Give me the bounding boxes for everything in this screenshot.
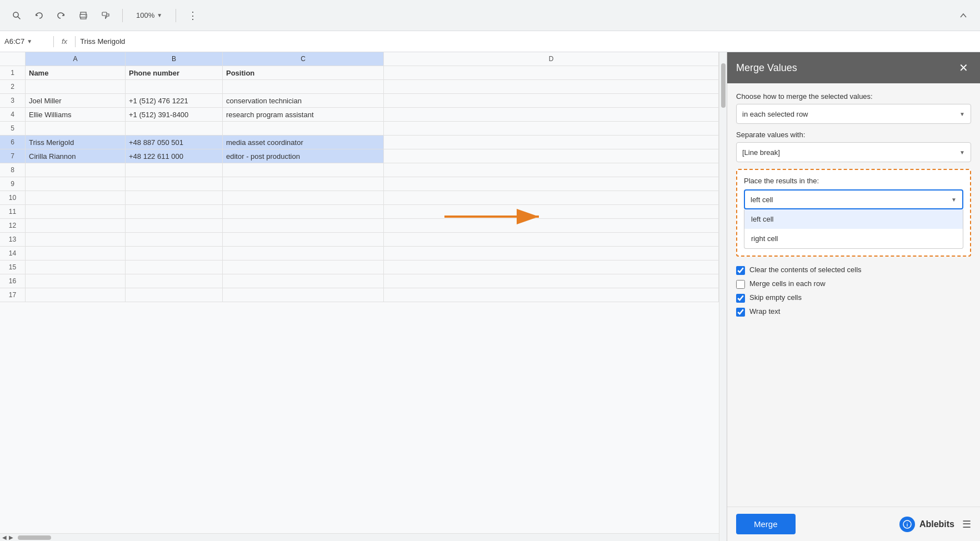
- cell[interactable]: [384, 205, 719, 218]
- cell[interactable]: [384, 149, 719, 163]
- cell[interactable]: [223, 163, 384, 177]
- scroll-thumb-h[interactable]: [18, 535, 51, 540]
- cell[interactable]: [384, 247, 719, 260]
- cell[interactable]: [223, 261, 384, 274]
- format-paint-icon[interactable]: [98, 8, 113, 23]
- cell[interactable]: +48 887 050 501: [126, 136, 223, 149]
- merge-button[interactable]: Merge: [736, 514, 796, 534]
- cell[interactable]: [384, 108, 719, 121]
- redo-icon[interactable]: [53, 8, 69, 23]
- row-number[interactable]: 2: [0, 80, 26, 93]
- cell[interactable]: [26, 191, 126, 204]
- cell[interactable]: [223, 233, 384, 246]
- row-number[interactable]: 14: [0, 247, 26, 260]
- cell[interactable]: [126, 163, 223, 177]
- checkbox-cb1[interactable]: [736, 266, 745, 275]
- undo-icon[interactable]: [31, 8, 47, 23]
- option-left-cell[interactable]: left cell: [744, 209, 963, 229]
- row-number[interactable]: 3: [0, 94, 26, 107]
- checkbox-cb3[interactable]: [736, 294, 745, 303]
- merge-how-dropdown[interactable]: in each selected row ▼: [736, 104, 971, 124]
- cell[interactable]: research program assistant: [223, 108, 384, 121]
- row-number[interactable]: 17: [0, 288, 26, 302]
- cell[interactable]: [384, 94, 719, 107]
- row-number[interactable]: 4: [0, 108, 26, 121]
- row-number[interactable]: 15: [0, 261, 26, 274]
- row-number[interactable]: 6: [0, 136, 26, 149]
- cell[interactable]: +1 (512) 476 1221: [126, 94, 223, 107]
- row-number[interactable]: 12: [0, 219, 26, 232]
- cell[interactable]: [126, 247, 223, 260]
- cell[interactable]: [384, 80, 719, 93]
- cell[interactable]: Joel Miller: [26, 94, 126, 107]
- cell[interactable]: [223, 205, 384, 218]
- cell[interactable]: [26, 163, 126, 177]
- vscroll-thumb[interactable]: [721, 63, 726, 108]
- cell[interactable]: [384, 66, 719, 79]
- cell[interactable]: [126, 274, 223, 288]
- cell-ref-dropdown-icon[interactable]: ▼: [27, 38, 32, 44]
- scroll-left-icon[interactable]: ◀: [2, 534, 7, 540]
- cell[interactable]: [384, 122, 719, 135]
- row-number[interactable]: 7: [0, 149, 26, 163]
- more-options-icon[interactable]: ⋮: [185, 8, 201, 23]
- cell[interactable]: [26, 122, 126, 135]
- row-number[interactable]: 8: [0, 163, 26, 177]
- cell[interactable]: media asset coordinator: [223, 136, 384, 149]
- cell[interactable]: [223, 191, 384, 204]
- cell[interactable]: [384, 233, 719, 246]
- col-header-c[interactable]: C: [223, 52, 384, 66]
- hamburger-menu-icon[interactable]: ☰: [962, 518, 971, 530]
- cell[interactable]: [126, 233, 223, 246]
- cell[interactable]: [126, 80, 223, 93]
- cell[interactable]: [223, 177, 384, 191]
- cell[interactable]: Ellie Williams: [26, 108, 126, 121]
- checkbox-cb2[interactable]: [736, 280, 745, 289]
- col-header-d[interactable]: D: [384, 52, 719, 66]
- cell[interactable]: [26, 274, 126, 288]
- cell[interactable]: [384, 136, 719, 149]
- cell[interactable]: [126, 177, 223, 191]
- cell[interactable]: [223, 122, 384, 135]
- cell[interactable]: Phone number: [126, 66, 223, 79]
- cell[interactable]: [223, 247, 384, 260]
- cell[interactable]: [384, 261, 719, 274]
- row-number[interactable]: 11: [0, 205, 26, 218]
- cell[interactable]: [384, 219, 719, 232]
- cell[interactable]: [26, 247, 126, 260]
- search-icon[interactable]: [9, 8, 24, 23]
- cell[interactable]: [26, 80, 126, 93]
- row-number[interactable]: 1: [0, 66, 26, 79]
- separate-dropdown[interactable]: [Line break] ▼: [736, 142, 971, 162]
- cell[interactable]: [26, 177, 126, 191]
- cell[interactable]: [26, 261, 126, 274]
- scroll-right-icon[interactable]: ▶: [9, 534, 13, 540]
- right-scrollbar[interactable]: [719, 52, 727, 541]
- cell[interactable]: [126, 261, 223, 274]
- row-number[interactable]: 10: [0, 191, 26, 204]
- cell[interactable]: conservation technician: [223, 94, 384, 107]
- cell[interactable]: [126, 122, 223, 135]
- checkbox-cb4[interactable]: [736, 308, 745, 317]
- cell[interactable]: +48 122 611 000: [126, 149, 223, 163]
- cell[interactable]: [126, 288, 223, 302]
- cell[interactable]: Position: [223, 66, 384, 79]
- cell[interactable]: [26, 288, 126, 302]
- cell[interactable]: [223, 219, 384, 232]
- col-header-a[interactable]: A: [26, 52, 126, 66]
- cell[interactable]: Cirilla Riannon: [26, 149, 126, 163]
- option-right-cell[interactable]: right cell: [744, 229, 963, 248]
- place-results-dropdown[interactable]: left cell ▼: [744, 189, 963, 209]
- print-icon[interactable]: [76, 8, 91, 23]
- cell[interactable]: [126, 219, 223, 232]
- cell-reference[interactable]: A6:C7 ▼: [4, 37, 49, 46]
- cell[interactable]: [384, 191, 719, 204]
- cell[interactable]: [384, 274, 719, 288]
- zoom-control[interactable]: 100% ▼: [132, 9, 167, 22]
- row-number[interactable]: 5: [0, 122, 26, 135]
- cell[interactable]: [384, 163, 719, 177]
- cell[interactable]: Triss Merigold: [26, 136, 126, 149]
- cell[interactable]: [126, 205, 223, 218]
- cell[interactable]: [223, 288, 384, 302]
- row-number[interactable]: 16: [0, 274, 26, 288]
